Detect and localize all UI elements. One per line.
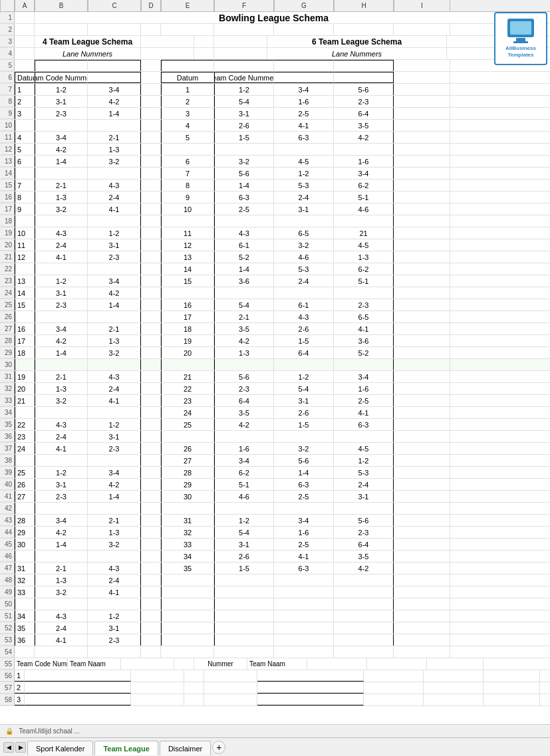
tab-team-league[interactable]: Team League [94,741,158,755]
table-row: 47312-14-3351-56-34-2 [0,563,550,574]
spreadsheet: AllBusinessTemplates A B C D E F G H I 1… [0,0,550,718]
table-row: 32201-32-4222-35-41-6 [0,383,550,395]
table-row: 20112-43-1126-13-24-5 [0,239,550,251]
table-row: 41272-31-4304-62-53-1 [0,491,550,503]
table-row: 23131-23-4153-62-45-1 [0,275,550,287]
table-row: 55Team Code NummersTeam NaamNummerTeam N… [0,658,550,670]
table-row: 51344-31-2 [0,610,550,622]
table-row: 42 [0,503,550,515]
col-header-B: B [35,0,88,11]
tab-nav-left[interactable]: ◀ [3,742,14,753]
table-row: 46342-64-13-5 [0,551,550,563]
table-row: 53364-12-3 [0,634,550,646]
table-row: 823-14-225-41-62-3 [0,96,550,108]
sheet-title: Bowling League Schema [35,12,513,23]
column-headers: A B C D E F G H I [0,0,550,12]
col-header-A: A [15,0,35,11]
table-row: 1143-42-151-56-34-2 [0,132,550,144]
table-row: 54 [0,646,550,658]
table-row: 33213-24-1236-43-12-5 [0,395,550,407]
table-row: 34 Team League Schema6 Team League Schem… [0,36,550,48]
table-row: 44294-21-3325-41-62-3 [0,527,550,539]
table-row: 27163-42-1183-52-64-1 [0,323,550,335]
table-row: 22141-45-36-2 [0,263,550,275]
table-row: 48321-32-4 [0,574,550,586]
table-row: 52352-43-1 [0,622,550,634]
logo-monitor [507,19,534,37]
table-row: 40263-14-2295-16-32-4 [0,479,550,491]
logo-text: AllBusinessTemplates [505,45,536,58]
logo-screen [510,21,531,35]
table-row: 583 [0,694,550,706]
col-header-F: F [214,0,274,11]
logo-area: AllBusinessTemplates [494,12,547,65]
table-row: 572 [0,682,550,694]
table-row: 1681-32-496-32-45-1 [0,191,550,203]
table-row: 711-23-411-23-45-6 [0,84,550,96]
table-row: 34243-52-64-1 [0,407,550,419]
table-row: 36232-43-1 [0,431,550,443]
table-row: 28174-21-3194-21-53-6 [0,335,550,347]
table-row: 1Bowling League Schema [0,12,550,24]
table-row: 19104-31-2114-36-521 [0,227,550,239]
table-row: 26172-14-36-5 [0,311,550,323]
table-row: 932-31-433-12-56-4 [0,108,550,120]
table-row: 30 [0,359,550,371]
table-row: 49333-24-1 [0,586,550,598]
table-row: 24143-14-2 [0,287,550,299]
table-row: 50 [0,598,550,610]
status-text: 🔒 TeamUitlijd schaal ... [5,727,80,735]
table-row: 6DatumTeam Code NummersDatumTeam Code Nu… [0,72,550,84]
tab-disclaimer[interactable]: Disclaimer [160,741,211,755]
table-row: 1572-14-381-45-36-2 [0,180,550,191]
col-header-C: C [88,0,141,11]
table-row: 1042-64-13-5 [0,120,550,132]
table-row: 2 [0,24,550,36]
table-row: 38273-45-61-2 [0,455,550,467]
col-header-E: E [161,0,214,11]
table-row: 43283-42-1311-23-45-6 [0,515,550,527]
status-bar: 🔒 TeamUitlijd schaal ... [0,724,550,737]
table-row: 1793-24-1102-53-14-6 [0,203,550,215]
tab-nav-right[interactable]: ▶ [15,742,26,753]
col-header-I: I [394,0,450,11]
table-row: 4Lane NummersLane Nummers [0,48,550,60]
table-row: 29181-43-2201-36-45-2 [0,347,550,359]
tabs-bar: ◀ ▶ Sport Kalender Team League Disclaime… [0,737,550,756]
table-row: 45301-43-2333-12-56-4 [0,539,550,551]
table-row: 561 [0,670,550,682]
table-row: 35224-31-2254-21-56-3 [0,419,550,431]
tab-sport-kalender[interactable]: Sport Kalender [27,741,93,755]
logo-base [513,41,528,43]
table-row: 1475-61-23-4 [0,168,550,180]
col-header-H: H [334,0,394,11]
table-row: 1254-21-3 [0,144,550,156]
table-row: 18 [0,215,550,227]
table-row: 5 [0,60,550,72]
table-row: 31192-14-3215-61-23-4 [0,371,550,383]
spreadsheet-body: 1Bowling League Schema234 Team League Sc… [0,12,550,706]
col-header-rn [0,0,15,11]
table-row: 1361-43-263-24-51-6 [0,156,550,168]
table-row: 37244-12-3261-63-24-5 [0,443,550,455]
table-row: 39251-23-4286-21-45-3 [0,467,550,479]
tab-add-button[interactable]: + [212,741,225,754]
col-header-G: G [274,0,334,11]
col-header-D: D [141,0,161,11]
table-row: 25152-31-4165-46-12-3 [0,299,550,311]
table-row: 21124-12-3135-24-61-3 [0,251,550,263]
